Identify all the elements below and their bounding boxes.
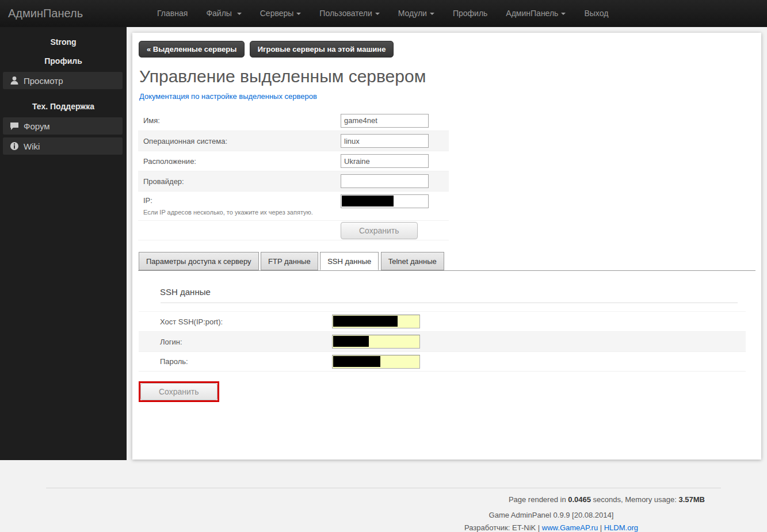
tab-ftp-data[interactable]: FTP данные [261,252,318,270]
form-row-provider: Провайдер: [138,171,449,191]
form-row-name: Имя: [138,110,449,131]
sidebar-item-label: Форум [24,121,50,131]
field-label: Логин: [139,338,332,346]
save-server-button[interactable]: Сохранить [341,222,418,239]
field-label: Расположение: [138,152,341,170]
nav-item-logout[interactable]: Выход [575,0,617,27]
nav-item-modules[interactable]: Модули [389,0,444,27]
separator-text: | [598,523,604,532]
page-title: Управление выделенным сервером [139,67,755,86]
game-servers-on-machine-button[interactable]: Игровые серверы на этой машине [250,41,394,58]
form-row-ssh-host: Хост SSH(IP:port): [139,311,746,331]
breadcrumb: « Выделенные серверы Игровые серверы на … [139,41,755,58]
sidebar-item-label: Просмотр [24,76,63,86]
form-row-ip: IP: Если IP адресов несколько, то укажит… [138,191,449,220]
nav-item-files[interactable]: Файлы [197,0,250,27]
main-menu: Главная Файлы Серверы Пользователи Модул… [148,0,617,27]
main-content-panel: « Выделенные серверы Игровые серверы на … [132,33,761,460]
server-settings-form: Имя: Операционная система: Расположение:… [138,110,449,240]
brand-title[interactable]: АдминПанель [0,7,83,20]
sidebar-item-wiki[interactable]: Wiki [3,137,123,155]
sidebar-username: Strong [0,27,127,47]
form-row-os: Операционная система: [138,131,449,151]
gameap-link[interactable]: www.GameAP.ru [542,523,598,532]
info-icon [10,141,19,151]
sidebar-section-support: Тех. Поддержка [0,92,127,111]
separator-text: | [536,523,542,532]
sidebar-item-view[interactable]: Просмотр [3,72,123,89]
access-tabs: Параметры доступа к серверу FTP данные S… [138,252,755,271]
nav-item-label: Пользователи [319,9,372,18]
version-text: Game AdminPanel 0.9.9 [20.08.2014] [379,511,724,519]
nav-item-users[interactable]: Пользователи [310,0,388,27]
hldm-link[interactable]: HLDM.org [604,523,638,532]
name-field[interactable] [341,114,429,128]
caret-down-icon [296,13,301,15]
redaction-overlay [333,316,398,327]
nav-item-label: Выход [584,9,608,18]
nav-item-home[interactable]: Главная [148,0,197,27]
field-label: Провайдер: [138,173,341,190]
nav-item-label: Профиль [453,9,487,18]
caret-down-icon [561,13,566,15]
nav-item-label: Модули [398,9,427,18]
redaction-overlay [333,336,369,347]
field-label: Пароль: [139,357,332,366]
nav-item-label: Файлы [206,9,231,18]
memory-usage-value: 3.57MB [678,495,705,504]
ssh-tab-pane: SSH данные Хост SSH(IP:port): Логин: Пар… [138,287,755,402]
caret-down-icon [237,13,242,15]
sidebar-item-label: Wiki [24,141,40,151]
field-label: Хост SSH(IP:port): [139,317,332,326]
sidebar: Strong Профиль Просмотр Тех. Поддержка Ф… [0,27,127,460]
redaction-overlay [342,196,394,206]
provider-field[interactable] [341,174,429,188]
caret-down-icon [430,13,434,15]
tab-access-params[interactable]: Параметры доступа к серверу [139,252,259,270]
stats-text: seconds, Memory usage: [591,495,678,504]
tab-telnet-data[interactable]: Telnet данные [381,252,444,270]
form-row-location: Расположение: [138,151,449,171]
ip-help-text: Если IP адресов несколько, то укажите их… [143,209,341,216]
developer-text: Разработчик: ET-NiK [464,523,536,532]
nav-item-label: Главная [157,9,188,18]
sidebar-item-forum[interactable]: Форум [3,117,123,135]
save-ssh-button[interactable]: Сохранить [140,383,217,400]
form-row-save: Сохранить [138,220,449,240]
form-row-ssh-password: Пароль: [139,351,746,372]
field-label: Имя: [138,112,341,129]
nav-item-servers[interactable]: Серверы [251,0,311,27]
page-footer: Page rendered in 0.0465 seconds, Memory … [46,488,721,532]
render-time-value: 0.0465 [568,495,591,504]
top-navbar: АдминПанель Главная Файлы Серверы Пользо… [0,0,767,27]
credits-line: Разработчик: ET-NiK | www.GameAP.ru | HL… [379,523,724,532]
stats-text: Page rendered in [509,495,568,504]
comment-icon [10,121,19,131]
caret-down-icon [375,13,380,15]
nav-item-adminpanel[interactable]: АдминПанель [497,0,575,27]
field-label: Операционная система: [138,132,341,150]
annotation-highlight-box: Сохранить [139,381,219,402]
user-icon [10,76,19,85]
documentation-link[interactable]: Документация по настройке выделенных сер… [139,92,317,101]
os-field[interactable] [341,134,429,148]
field-label: IP: [143,196,341,205]
render-stats: Page rendered in 0.0465 seconds, Memory … [46,495,721,504]
ssh-settings-form: Хост SSH(IP:port): Логин: Пароль: [139,311,746,372]
tab-ssh-data[interactable]: SSH данные [320,252,379,270]
nav-item-label: АдминПанель [506,9,558,18]
sidebar-section-profile: Профиль [0,47,127,66]
nav-item-label: Серверы [260,9,294,18]
back-to-dedicated-servers-button[interactable]: « Выделенные серверы [139,41,245,58]
divider [161,303,738,303]
nav-item-profile[interactable]: Профиль [444,0,497,27]
form-row-ssh-login: Логин: [139,331,746,351]
location-field[interactable] [341,154,429,168]
redaction-overlay [333,356,380,367]
ssh-pane-heading: SSH данные [160,287,755,297]
